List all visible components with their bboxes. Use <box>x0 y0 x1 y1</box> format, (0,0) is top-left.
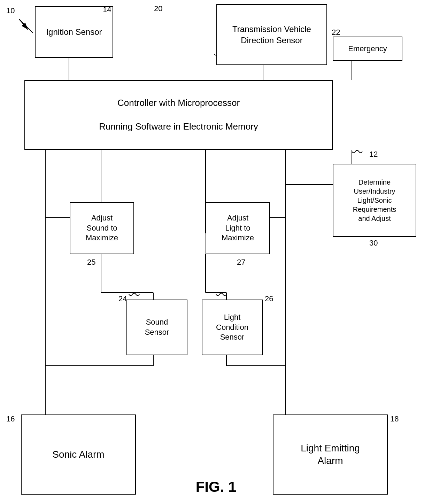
svg-line-2 <box>19 19 28 30</box>
num-12: 12 <box>369 150 378 159</box>
ignition-sensor-box: Ignition Sensor <box>35 6 113 58</box>
system-number-10: 10 <box>6 6 15 15</box>
figure-label: FIG. 1 <box>0 479 432 495</box>
emergency-box: Emergency <box>333 37 402 61</box>
num-22: 22 <box>332 28 340 37</box>
light-condition-sensor-box: Light Condition Sensor <box>202 300 263 355</box>
num-20: 20 <box>154 4 162 13</box>
determine-box: Determine User/Industry Light/Sonic Requ… <box>333 164 416 237</box>
num-25: 25 <box>87 258 95 267</box>
svg-line-1 <box>19 19 33 33</box>
adjust-sound-box: Adjust Sound to Maximize <box>70 202 134 254</box>
num-30: 30 <box>369 239 378 248</box>
num-24: 24 <box>118 294 127 303</box>
diagram: 10 Ignition Sensor 14 Transmission Vehic… <box>0 0 432 504</box>
num-27: 27 <box>237 258 245 267</box>
num-18: 18 <box>390 414 399 424</box>
num-26: 26 <box>265 294 273 303</box>
num-14: 14 <box>103 5 111 14</box>
controller-box: Controller with Microprocessor Running S… <box>24 80 333 150</box>
adjust-light-box: Adjust Light to Maximize <box>206 202 270 254</box>
tvd-sensor-box: Transmission Vehicle Direction Sensor <box>216 4 327 65</box>
sound-sensor-box: Sound Sensor <box>126 300 187 355</box>
num-16: 16 <box>6 414 15 424</box>
